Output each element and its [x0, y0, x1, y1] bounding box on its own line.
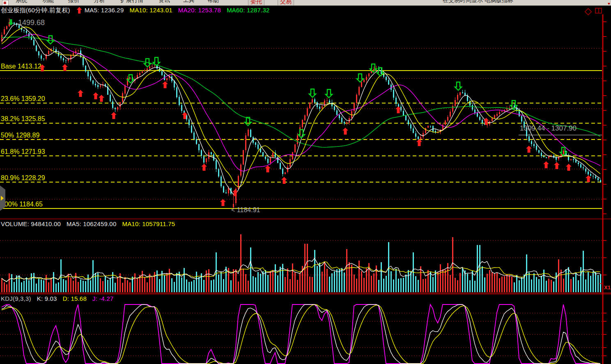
low-price-annotation: < 1184.91: [231, 206, 260, 214]
fib-label-23-6: 23.6% 1359.20: [1, 95, 45, 103]
fib-label-38-2: 38.2% 1325.85: [1, 115, 45, 123]
kdj-j-label: J: -4.27: [92, 295, 114, 302]
fib-label-base: Base 1413.12: [1, 63, 41, 70]
chart-canvas[interactable]: [0, 0, 611, 364]
kdj-d-label: D: 15.68: [63, 295, 87, 302]
volume-ma10-label: MA10: 1057911.75: [122, 220, 175, 227]
indicator-x1-button[interactable]: X1: [604, 284, 611, 291]
expand-triangle-icon: [1, 196, 4, 201]
fib-label-50: 50% 1298.89: [1, 132, 39, 139]
trading-terminal-window: 系统 功能 报价 分析 扩展行情 资讯 工具 帮助 委托 交易 在交易时间显示 …: [0, 0, 611, 364]
kdj-k-label: K: 9.03: [37, 295, 57, 302]
gap-annotation: 1309.44 - 1307.90: [520, 124, 577, 133]
fib-label-61-8: 61.8% 1271.93: [1, 148, 45, 156]
kdj-params-label: KDJ(9,3,3): [1, 295, 31, 302]
sidebar-expand-handle[interactable]: [0, 185, 5, 211]
fib-label-80-9: 80.9% 1228.29: [1, 174, 45, 182]
volume-label: VOLUME: 948410.00: [1, 220, 61, 227]
volume-title-row: VOLUME: 948410.00MA5: 1062459.00MA10: 10…: [1, 220, 181, 227]
kdj-title-row: KDJ(9,3,3)K: 9.03D: 15.68J: -4.27: [1, 295, 119, 302]
high-price-annotation: 1499.68: [18, 18, 45, 27]
volume-ma5-label: MA5: 1062459.00: [67, 220, 116, 227]
fib-label-100: 100% 1184.65: [1, 201, 43, 208]
